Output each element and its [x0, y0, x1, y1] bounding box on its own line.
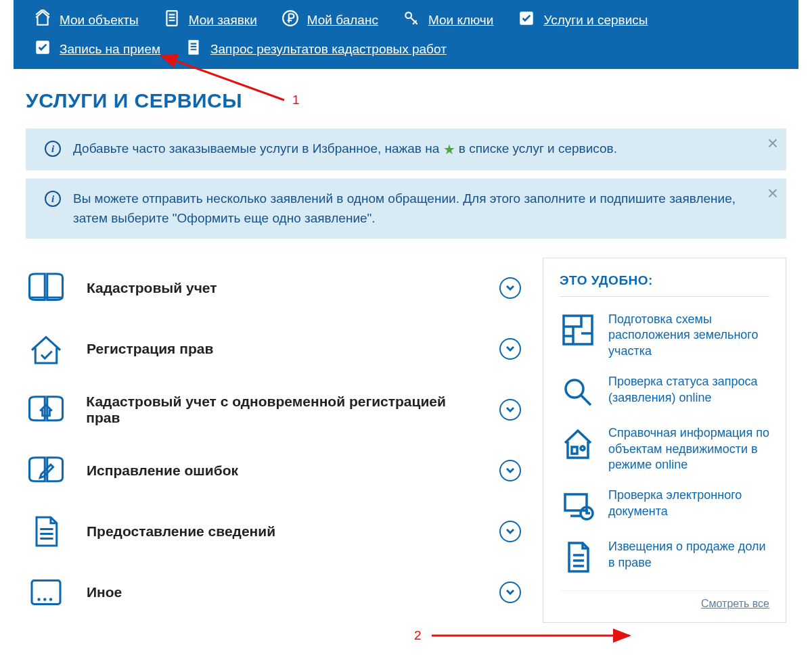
category-other[interactable]: Иное	[26, 562, 521, 623]
sidebar-item-label: Подготовка схемы расположения земельного…	[608, 312, 769, 359]
svg-point-8	[43, 598, 46, 600]
doc-lines-icon	[560, 539, 596, 575]
search-icon	[560, 374, 596, 410]
nav-services[interactable]: Услуги и сервисы	[518, 9, 648, 30]
category-rights-registration[interactable]: Регистрация прав	[26, 318, 521, 379]
category-corrections[interactable]: Исправление ошибок	[26, 440, 521, 501]
sidebar-convenient: ЭТО УДОБНО: Подготовка схемы расположени…	[543, 258, 786, 623]
nav-my-requests[interactable]: Мои заявки	[163, 9, 257, 30]
close-icon[interactable]: ×	[767, 184, 778, 203]
info-multiple-apps: i Вы можете отправить несколько заявлени…	[26, 179, 786, 239]
nav-label: Мои ключи	[428, 13, 493, 28]
document-icon	[26, 513, 66, 550]
chevron-down-icon	[499, 277, 521, 299]
nav-my-objects[interactable]: Мои объекты	[34, 9, 139, 30]
sidebar-item-notices[interactable]: Извещения о продаже доли в праве	[560, 539, 769, 575]
info-icon: i	[45, 191, 61, 207]
info-icon: i	[45, 141, 61, 157]
sidebar-item-label: Проверка статуса запроса (заявления) onl…	[608, 374, 769, 410]
category-title: Кадастровый учет с одновременной регистр…	[86, 394, 479, 426]
chevron-down-icon	[499, 460, 521, 481]
category-information[interactable]: Предоставление сведений	[26, 501, 521, 562]
svg-point-9	[49, 598, 52, 600]
info-text: Вы можете отправить несколько заявлений …	[73, 189, 755, 228]
sidebar-item-reference[interactable]: Справочная информация по объектам недвиж…	[560, 425, 769, 473]
document-icon	[185, 39, 202, 60]
category-title: Регистрация прав	[87, 341, 479, 357]
see-all-link[interactable]: Смотреть все	[560, 590, 769, 610]
star-icon: ★	[443, 142, 455, 157]
nav-label: Мои объекты	[60, 13, 139, 28]
svg-rect-6	[32, 581, 60, 604]
house-info-icon	[560, 425, 596, 462]
nav-label: Услуги и сервисы	[543, 13, 648, 28]
category-cadastral-registration[interactable]: Кадастровый учет	[26, 258, 521, 318]
sidebar-item-label: Проверка электронного документа	[608, 488, 769, 524]
nav-label: Запись на прием	[60, 42, 160, 57]
category-title: Кадастровый учет	[87, 280, 479, 296]
device-icon	[560, 488, 596, 524]
sidebar-item-status[interactable]: Проверка статуса запроса (заявления) onl…	[560, 374, 769, 410]
chevron-down-icon	[499, 338, 521, 360]
house-check-icon	[26, 331, 66, 367]
category-list: Кадастровый учет Регистрация прав Кадаст…	[26, 258, 521, 623]
sidebar-title: ЭТО УДОБНО:	[560, 273, 769, 297]
book-pencil-icon	[26, 452, 66, 489]
svg-rect-10	[564, 316, 592, 344]
chevron-down-icon	[499, 399, 521, 421]
svg-point-7	[37, 598, 40, 600]
category-title: Исправление ошибок	[87, 463, 479, 479]
svg-point-11	[566, 380, 583, 398]
nav-cadastral-results[interactable]: Запрос результатов кадастровых работ	[185, 39, 447, 60]
map-icon	[560, 312, 596, 348]
chevron-down-icon	[499, 521, 521, 542]
nav-my-keys[interactable]: Мои ключи	[403, 9, 493, 30]
nav-label: Запрос результатов кадастровых работ	[210, 42, 447, 57]
sidebar-item-label: Справочная информация по объектам недвиж…	[608, 425, 769, 473]
nav-label: Мои заявки	[189, 13, 257, 28]
sidebar-item-label: Извещения о продаже доли в праве	[608, 539, 769, 575]
nav-my-balance[interactable]: Мой баланс	[281, 9, 378, 30]
other-icon	[26, 574, 66, 611]
document-icon	[163, 9, 181, 30]
top-nav: Мои объекты Мои заявки Мой баланс Мои кл…	[14, 0, 798, 69]
book-icon	[26, 270, 66, 306]
home-icon	[34, 9, 51, 30]
sidebar-item-edoc-check[interactable]: Проверка электронного документа	[560, 488, 769, 524]
category-title: Предоставление сведений	[87, 523, 479, 540]
svg-rect-12	[572, 447, 577, 454]
category-title: Иное	[87, 584, 479, 600]
book-house-icon	[26, 392, 66, 428]
ruble-icon	[281, 9, 299, 30]
page-title: УСЛУГИ И СЕРВИСЫ	[26, 89, 786, 112]
sidebar-item-scheme[interactable]: Подготовка схемы расположения земельного…	[560, 312, 769, 359]
check-icon	[34, 39, 51, 60]
chevron-down-icon	[499, 582, 521, 603]
nav-appointment[interactable]: Запись на прием	[34, 39, 160, 60]
close-icon[interactable]: ×	[767, 134, 778, 153]
check-icon	[518, 9, 535, 30]
nav-label: Мой баланс	[307, 13, 378, 28]
info-text: Добавьте часто заказываемые услуги в Изб…	[73, 139, 617, 160]
info-favorites: i Добавьте часто заказываемые услуги в И…	[26, 128, 786, 170]
category-combined[interactable]: Кадастровый учет с одновременной регистр…	[26, 379, 521, 440]
svg-point-2	[405, 12, 411, 18]
key-icon	[403, 9, 420, 30]
svg-point-13	[581, 446, 585, 450]
